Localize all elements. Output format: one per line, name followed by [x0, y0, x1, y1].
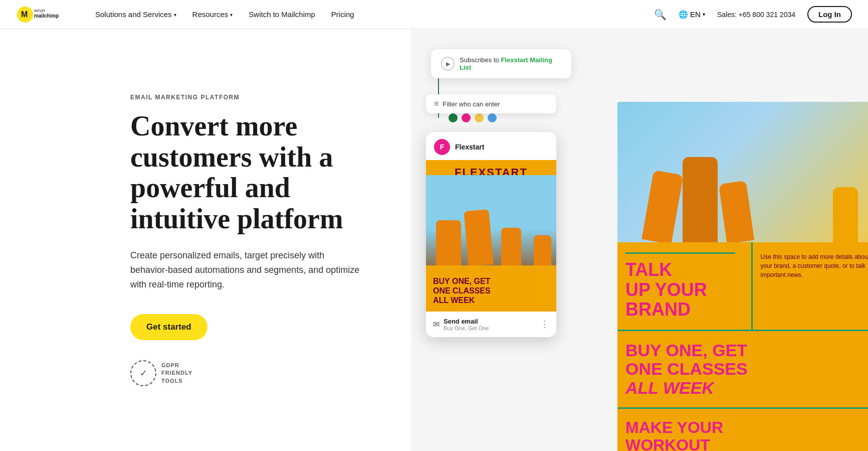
- hero-subtitle: Create personalized emails, target preci…: [130, 248, 361, 291]
- dot-pink: [462, 113, 471, 122]
- navbar: M INTUIT mailchimp Solutions and Service…: [0, 0, 868, 29]
- login-button[interactable]: Log In: [807, 6, 852, 23]
- svg-text:M: M: [21, 10, 28, 19]
- chevron-down-icon: ▾: [174, 12, 176, 18]
- fitness-image: [426, 175, 556, 265]
- svg-text:mailchimp: mailchimp: [34, 13, 59, 19]
- get-started-button[interactable]: Get started: [130, 314, 207, 340]
- bg-talk-title: TALKUP YOURBRAND: [625, 252, 735, 320]
- dot-green: [449, 113, 458, 122]
- hero-visual: ▶ Subscribes to Flexstart Mailing List ≡…: [411, 29, 868, 451]
- bg-email-mockup: TALKUP YOURBRAND Use this space to add m…: [617, 102, 868, 451]
- nav-pricing[interactable]: Pricing: [331, 10, 354, 19]
- brand-link: Flexstart Mailing List: [460, 56, 552, 71]
- bg-promo-text: BUY ONE, GET ONE CLASSES ALL WEEK: [625, 341, 868, 397]
- language-selector[interactable]: 🌐 EN ▾: [679, 10, 705, 19]
- hero-content: EMAIL MARKETING PLATFORM Convert more cu…: [0, 29, 411, 451]
- filter-icon: ≡: [434, 99, 439, 108]
- nav-solutions[interactable]: Solutions and Services ▾: [95, 10, 176, 19]
- bg-talk-sub: Use this space to add more details about…: [751, 242, 869, 330]
- filter-text: Filter who can enter: [443, 100, 500, 108]
- dot-yellow: [475, 113, 484, 122]
- bg-fitness-photo: [617, 102, 868, 242]
- email-hero-image: FLEXSTART: [426, 160, 556, 270]
- promo-text: BUY ONE, GET ONE CLASSES ALL WEEK: [433, 276, 549, 306]
- search-icon[interactable]: 🔍: [654, 9, 667, 21]
- svg-text:INTUIT: INTUIT: [34, 9, 46, 13]
- nav-right: 🔍 🌐 EN ▾ Sales: +65 800 321 2034 Log In: [654, 6, 852, 23]
- sales-number: Sales: +65 800 321 2034: [717, 11, 795, 19]
- filter-card: ≡ Filter who can enter: [426, 94, 556, 113]
- dot-blue: [488, 113, 497, 122]
- nav-resources[interactable]: Resources ▾: [192, 10, 233, 19]
- gdpr-text: GDPRFRIENDLYTOOLS: [161, 362, 192, 385]
- hero-eyebrow: EMAIL MARKETING PLATFORM: [130, 94, 361, 101]
- send-label: Send email: [444, 318, 489, 325]
- chevron-down-icon: ▾: [703, 12, 705, 17]
- globe-icon: 🌐: [679, 10, 688, 19]
- send-left: ✉ Send email Buy One, Get One: [433, 318, 489, 331]
- nav-switch[interactable]: Switch to Mailchimp: [249, 10, 315, 19]
- hero-title: Convert more customers with a powerful a…: [130, 111, 361, 234]
- email-preview-header: F Flexstart: [426, 132, 556, 160]
- automation-card: ▶ Subscribes to Flexstart Mailing List: [431, 49, 571, 78]
- play-icon: ▶: [441, 57, 455, 71]
- brand-logo: F: [434, 139, 450, 155]
- bg-workout-section: MAKE YOUR WORKOUT COME TO YOU: [617, 407, 868, 451]
- brand-name: Flexstart: [455, 143, 484, 151]
- nav-links: Solutions and Services ▾ Resources ▾ Swi…: [95, 10, 654, 19]
- chevron-down-icon: ▾: [230, 12, 233, 18]
- logo[interactable]: M INTUIT mailchimp: [16, 6, 71, 24]
- send-sublabel: Buy One, Get One: [444, 325, 489, 331]
- more-options-icon[interactable]: ⋮: [540, 319, 549, 330]
- bg-promo-section: BUY ONE, GET ONE CLASSES ALL WEEK: [617, 330, 868, 407]
- bg-talk-section: TALKUP YOURBRAND Use this space to add m…: [617, 242, 868, 330]
- gdpr-circle: ✓: [130, 360, 156, 386]
- email-preview-card: F Flexstart FLEXSTART BUY ONE, GET O: [426, 132, 556, 337]
- email-send-row: ✉ Send email Buy One, Get One ⋮: [426, 312, 556, 337]
- hero-section: EMAIL MARKETING PLATFORM Convert more cu…: [0, 29, 868, 451]
- automation-text: Subscribes to Flexstart Mailing List: [460, 56, 561, 71]
- color-dots: [449, 113, 497, 122]
- email-promo-section: BUY ONE, GET ONE CLASSES ALL WEEK: [426, 270, 556, 312]
- envelope-icon: ✉: [433, 320, 440, 329]
- bg-workout-text: MAKE YOUR WORKOUT COME TO YOU: [625, 419, 868, 451]
- gdpr-badge: ✓ GDPRFRIENDLYTOOLS: [130, 360, 361, 386]
